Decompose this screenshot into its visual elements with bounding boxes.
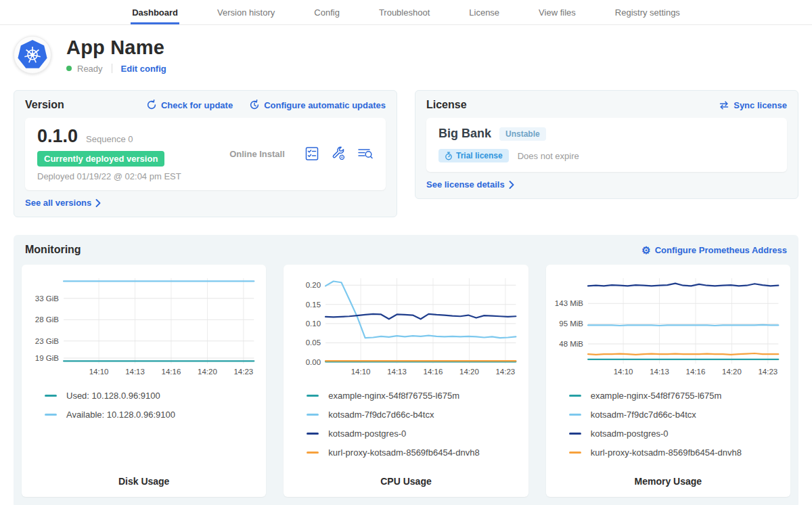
- svg-text:14:13: 14:13: [650, 368, 669, 376]
- svg-text:14:23: 14:23: [758, 368, 777, 376]
- license-card: License Sync license Big Bank Unstable: [415, 90, 798, 199]
- monitoring-section: Monitoring ⚙ Configure Prometheus Addres…: [14, 235, 798, 505]
- svg-text:19 GiB: 19 GiB: [35, 354, 59, 362]
- memory-usage-chart: 14:1014:1314:1614:2014:2348 MiB95 MiB143…: [554, 271, 782, 384]
- tab-view-files[interactable]: View files: [537, 0, 577, 24]
- expiry-text: Does not expire: [518, 151, 579, 161]
- legend-color-dash: [307, 395, 319, 397]
- ready-status-dot: [66, 66, 72, 71]
- legend-label: kotsadm-7f9dc7d66c-b4tcx: [591, 410, 696, 420]
- deployed-timestamp: Deployed 01/19/22 @ 02:04 pm EST: [37, 171, 210, 181]
- install-type-label: Online Install: [210, 149, 304, 159]
- license-card-title: License: [426, 99, 467, 111]
- version-number: 0.1.0: [37, 126, 78, 147]
- legend-item: Available: 10.128.0.96:9100: [45, 410, 258, 420]
- legend-color-dash: [307, 433, 319, 435]
- edit-config-link[interactable]: Edit config: [121, 64, 166, 74]
- svg-text:143 MiB: 143 MiB: [555, 299, 584, 307]
- cpu-usage-chart-card: 14:1014:1314:1614:2014:230.000.050.100.1…: [284, 265, 528, 497]
- svg-text:95 MiB: 95 MiB: [559, 320, 583, 328]
- currently-deployed-badge: Currently deployed version: [37, 151, 164, 167]
- svg-text:0.20: 0.20: [306, 281, 321, 289]
- svg-text:14:13: 14:13: [387, 368, 407, 376]
- preflight-checks-icon[interactable]: [304, 146, 319, 161]
- app-title: App Name: [66, 37, 166, 59]
- legend-item: kurl-proxy-kotsadm-8569fb6454-dnvh8: [307, 447, 520, 458]
- tab-config[interactable]: Config: [313, 0, 341, 24]
- legend-label: kotsadm-postgres-0: [591, 429, 669, 439]
- svg-text:14:20: 14:20: [198, 368, 217, 376]
- disk-usage-title: Disk Usage: [30, 476, 258, 489]
- legend-label: Available: 10.128.0.96:9100: [66, 410, 175, 420]
- svg-text:23 GiB: 23 GiB: [35, 337, 59, 345]
- legend-color-dash: [45, 395, 57, 397]
- svg-text:14:16: 14:16: [424, 368, 443, 376]
- tab-dashboard[interactable]: Dashboard: [131, 0, 179, 24]
- legend-label: example-nginx-54f8f76755-l675m: [591, 391, 722, 401]
- trial-license-badge[interactable]: Trial license: [438, 149, 509, 162]
- tab-license[interactable]: License: [468, 0, 501, 24]
- see-all-versions-link[interactable]: See all versions: [25, 198, 386, 208]
- view-diff-icon[interactable]: [357, 146, 374, 161]
- tab-registry-settings[interactable]: Registry settings: [614, 0, 681, 24]
- legend-item: kotsadm-7f9dc7d66c-b4tcx: [569, 410, 782, 420]
- svg-text:14:20: 14:20: [722, 368, 742, 376]
- cpu-usage-title: CPU Usage: [292, 476, 520, 489]
- customer-name: Big Bank: [438, 127, 491, 141]
- license-panel: Big Bank Unstable Trial l: [426, 118, 787, 172]
- svg-text:0.15: 0.15: [306, 301, 321, 309]
- svg-text:14:20: 14:20: [459, 368, 479, 376]
- configure-automatic-updates-button[interactable]: Configure automatic updates: [249, 100, 386, 110]
- configure-prometheus-button[interactable]: ⚙ Configure Prometheus Address: [641, 245, 787, 255]
- gear-icon: ⚙: [641, 245, 650, 255]
- legend-label: kotsadm-postgres-0: [328, 429, 406, 439]
- tab-troubleshoot[interactable]: Troubleshoot: [378, 0, 431, 24]
- svg-text:14:13: 14:13: [125, 368, 145, 376]
- memory-usage-title: Memory Usage: [554, 476, 782, 489]
- legend-color-dash: [569, 395, 581, 397]
- app-logo: [14, 36, 51, 74]
- legend-label: Used: 10.128.0.96:9100: [66, 391, 160, 401]
- svg-text:14:10: 14:10: [613, 368, 633, 376]
- svg-text:14:23: 14:23: [496, 368, 516, 376]
- svg-text:33 GiB: 33 GiB: [35, 294, 59, 303]
- page-body: App Name Ready Edit config Version: [0, 36, 812, 505]
- deployed-version-panel: 0.1.0 Sequence 0 Currently deployed vers…: [25, 118, 386, 190]
- legend-item: example-nginx-54f8f76755-l675m: [307, 391, 520, 401]
- memory-usage-legend: example-nginx-54f8f76755-l675mkotsadm-7f…: [554, 391, 782, 458]
- svg-text:14:10: 14:10: [89, 368, 109, 376]
- legend-color-dash: [307, 414, 319, 416]
- version-card: Version Check for update: [14, 90, 397, 217]
- svg-text:14:16: 14:16: [685, 368, 705, 376]
- legend-color-dash: [569, 433, 581, 435]
- legend-label: example-nginx-54f8f76755-l675m: [328, 391, 459, 401]
- monitoring-title: Monitoring: [25, 244, 81, 256]
- stopwatch-icon: [445, 152, 453, 160]
- divider: [112, 64, 112, 73]
- legend-label: kotsadm-7f9dc7d66c-b4tcx: [328, 410, 434, 420]
- legend-color-dash: [569, 414, 581, 416]
- svg-text:48 MiB: 48 MiB: [559, 340, 583, 348]
- version-card-title: Version: [25, 99, 64, 111]
- chevron-right-icon: [509, 181, 514, 189]
- legend-item: example-nginx-54f8f76755-l675m: [569, 391, 782, 401]
- svg-text:28 GiB: 28 GiB: [35, 315, 59, 324]
- svg-text:0.10: 0.10: [306, 320, 321, 328]
- disk-usage-chart-card: 14:1014:1314:1614:2014:2319 GiB23 GiB28 …: [22, 265, 266, 497]
- sync-license-button[interactable]: Sync license: [719, 100, 787, 110]
- check-for-update-button[interactable]: Check for update: [146, 100, 233, 110]
- cpu-usage-legend: example-nginx-54f8f76755-l675mkotsadm-7f…: [292, 391, 520, 458]
- svg-text:14:23: 14:23: [233, 368, 253, 376]
- disk-usage-chart: 14:1014:1314:1614:2014:2319 GiB23 GiB28 …: [30, 271, 258, 384]
- legend-color-dash: [307, 452, 319, 454]
- config-wrench-icon[interactable]: [331, 146, 346, 161]
- top-nav: DashboardVersion historyConfigTroublesho…: [0, 0, 812, 25]
- cpu-usage-chart: 14:1014:1314:1614:2014:230.000.050.100.1…: [292, 271, 520, 384]
- svg-text:0.00: 0.00: [306, 358, 321, 366]
- see-license-details-link[interactable]: See license details: [426, 179, 787, 190]
- svg-text:14:16: 14:16: [162, 368, 181, 376]
- legend-item: kotsadm-7f9dc7d66c-b4tcx: [307, 410, 520, 420]
- app-title-block: App Name Ready Edit config: [66, 37, 166, 74]
- legend-color-dash: [45, 414, 57, 416]
- tab-version-history[interactable]: Version history: [216, 0, 276, 24]
